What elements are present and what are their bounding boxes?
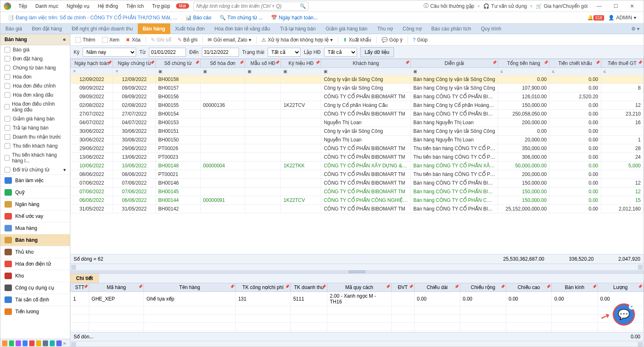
splitter[interactable] <box>70 270 644 273</box>
detail-h-scrollbar[interactable] <box>70 341 644 347</box>
menu-3[interactable]: Hệ thống <box>94 3 122 9</box>
h-scrollbar[interactable] <box>70 264 644 270</box>
table-row[interactable]: 30/06/202230/06/2022BH00151Công ty vận t… <box>71 127 644 136</box>
posting-date-link[interactable]: 📅 Ngày hạch toán... <box>267 15 322 21</box>
search-input[interactable] <box>193 2 308 11</box>
notification-bell[interactable]: 🔔618 <box>587 15 605 21</box>
filter-cell[interactable]: ▣ <box>321 68 411 75</box>
delete-button[interactable]: ✖Xóa <box>123 35 144 45</box>
module-0[interactable]: Bàn làm việc <box>0 174 70 186</box>
tab-11[interactable]: Quy trình <box>476 23 506 34</box>
send-email-button[interactable]: ✉Gửi email, Zalo ▾ <box>204 35 255 45</box>
tab-3[interactable]: Bán hàng <box>138 23 170 34</box>
nav-item-8[interactable]: Trả lại hàng bán <box>0 123 70 132</box>
table-row[interactable]: 31/05/202231/05/2022BH00142CÔNG TY CỔ PH… <box>71 205 644 213</box>
detail-col[interactable]: TK công nợ/chi phí📌 <box>236 283 291 292</box>
table-row[interactable]: 06/06/202206/06/2022BH00144000000911K22T… <box>71 196 644 205</box>
tab-10[interactable]: Báo cáo phân tích <box>426 23 476 34</box>
chat-close-icon[interactable]: ✕ <box>629 304 635 310</box>
nav-item-2[interactable]: Chứng từ bán hàng <box>0 63 70 72</box>
tab-2[interactable]: Đề nghị ghi nhận doanh thu <box>67 23 137 34</box>
filter-cell[interactable]: ≤ <box>549 68 601 75</box>
module-1[interactable]: Quỹ <box>0 186 70 198</box>
maximize-button[interactable]: ☐ <box>607 3 624 9</box>
feedback-button[interactable]: 💬Góp ý <box>378 35 406 45</box>
filter-cell[interactable]: ≤ <box>601 68 643 75</box>
close-button[interactable]: ✕ <box>624 3 640 9</box>
module-8[interactable]: Kho <box>0 270 70 282</box>
working-context[interactable]: 📑 Đang làm việc trên: Sổ tài chính - CÔN… <box>4 15 181 21</box>
nav-item-9[interactable]: Doanh thu nhận trước <box>0 132 70 141</box>
col-header[interactable]: Tiền chiết khấu📌 <box>549 59 601 68</box>
tab-4[interactable]: Xuất hóa đơn <box>170 23 210 34</box>
tab-7[interactable]: Giảm giá hàng bán <box>321 23 373 34</box>
bottom-icon-1[interactable] <box>2 340 7 346</box>
detail-tab[interactable]: Chi tiết <box>70 274 99 283</box>
detail-col[interactable]: ĐVT📌 <box>391 283 415 292</box>
table-row[interactable]: 07/06/202207/06/2022BH00146CÔNG TY CỔ PH… <box>71 179 644 187</box>
tab-6[interactable]: Trả lại hàng bán <box>275 23 321 34</box>
export-button[interactable]: ⬆Xuất khẩu <box>340 35 375 45</box>
detail-col[interactable]: Chiều rộng📌 <box>460 283 506 292</box>
col-header[interactable]: Diễn giải📌 <box>411 59 498 68</box>
module-7[interactable]: Hóa đơn điện tử <box>0 258 70 270</box>
col-header[interactable]: Ký hiệu HĐ📌 <box>281 59 321 68</box>
detail-col[interactable]: Mã hàng📌 <box>89 283 144 292</box>
bottom-icon-8[interactable] <box>50 340 55 346</box>
nav-item-12[interactable]: Đối trừ chứng từ ▾ <box>0 165 70 174</box>
renew-link[interactable]: 🛒 Gia hạn/Chuyển gói <box>533 3 591 9</box>
search-icon[interactable]: 🔍 <box>300 3 306 9</box>
col-header[interactable]: Tiền thuế GT📌 <box>601 59 643 68</box>
detail-row[interactable]: 1GHE_XEPGhế tựa xếp13151112.00 - Xanh ng… <box>71 292 644 306</box>
from-date[interactable] <box>149 48 186 57</box>
post-button[interactable]: ✎Ghi sổ <box>148 35 174 45</box>
detail-col[interactable]: TK doanh thu📌 <box>290 283 327 292</box>
col-header[interactable]: Số chứng từ📌 <box>155 59 200 68</box>
nav-item-5[interactable]: Hóa đơn xăng dầu <box>0 90 70 99</box>
module-11[interactable]: Tiền lương <box>0 305 70 317</box>
table-row[interactable]: 13/06/202213/06/2022PT00023CÔNG TY CỔ PH… <box>71 153 644 162</box>
module-3[interactable]: Khế ước vay <box>0 210 70 222</box>
table-row[interactable]: 09/09/202209/09/2022BH00156CÔNG TY CỔ PH… <box>71 93 644 101</box>
collapse-icon[interactable]: « <box>63 37 66 42</box>
bottom-icon-2[interactable] <box>9 340 14 346</box>
report-link[interactable]: 📊 Báo cáo <box>181 15 215 21</box>
module-10[interactable]: Tài sản cố định <box>0 294 70 305</box>
table-row[interactable]: 09/09/202209/09/2022BH00157Công ty vận t… <box>71 84 644 93</box>
filter-cell[interactable]: ▣ <box>245 68 281 75</box>
nav-item-10[interactable]: Thu tiền khách hàng <box>0 141 70 150</box>
detail-col[interactable]: Mã quy cách📌 <box>327 283 391 292</box>
tab-5[interactable]: Hóa đơn bán lẻ xăng dầu <box>210 23 275 34</box>
period-select[interactable]: Năm nay <box>83 48 136 57</box>
gear-icon[interactable]: ⚙ ▾ <box>627 26 644 32</box>
filter-cell[interactable]: ▣ <box>281 68 321 75</box>
nav-item-4[interactable]: Hóa đơn điều chỉnh <box>0 81 70 90</box>
nav-item-6[interactable]: Hóa đơn điều chỉnh xăng dầu <box>0 99 70 114</box>
nav-item-7[interactable]: Giảm giá hàng bán <box>0 114 70 123</box>
module-9[interactable]: Công cụ dụng cụ <box>0 282 70 294</box>
detail-col[interactable]: Lượng📌 <box>598 283 644 292</box>
bottom-icon-4[interactable] <box>23 340 28 346</box>
view-button[interactable]: Xem <box>99 35 123 45</box>
bottom-icon-3[interactable] <box>16 340 21 346</box>
module-2[interactable]: Ngân hàng <box>0 198 70 210</box>
detail-col[interactable]: STT📌 <box>71 283 89 292</box>
status-select[interactable]: Tất cả <box>268 48 301 57</box>
col-header[interactable]: Tổng tiền hàng📌 <box>498 59 549 68</box>
help-button[interactable]: ?Giúp <box>410 35 431 45</box>
laphd-select[interactable]: Tất cả <box>324 48 357 57</box>
load-data-button[interactable]: Lấy dữ liệu <box>360 47 394 57</box>
menu-2[interactable]: Nghiệp vụ <box>63 3 94 9</box>
bottom-more[interactable]: » <box>63 340 69 346</box>
table-row[interactable]: 12/09/202212/09/2022BH00158Công ty vận t… <box>71 75 644 84</box>
module-4[interactable]: Mua hàng <box>0 222 70 234</box>
find-voucher-link[interactable]: 🔍 Tìm chứng từ ... <box>215 15 267 21</box>
col-header[interactable]: Khách hàng📌 <box>321 59 411 68</box>
detail-col[interactable]: Tên hàng📌 <box>144 283 236 292</box>
nav-item-0[interactable]: Báo giá <box>0 45 70 54</box>
menu-1[interactable]: Danh mục <box>31 3 63 9</box>
tab-0[interactable]: Báo giá <box>0 23 27 34</box>
nav-item-3[interactable]: Hóa đơn <box>0 72 70 81</box>
module-6[interactable]: Thủ kho <box>0 246 70 258</box>
to-date[interactable] <box>202 48 239 57</box>
